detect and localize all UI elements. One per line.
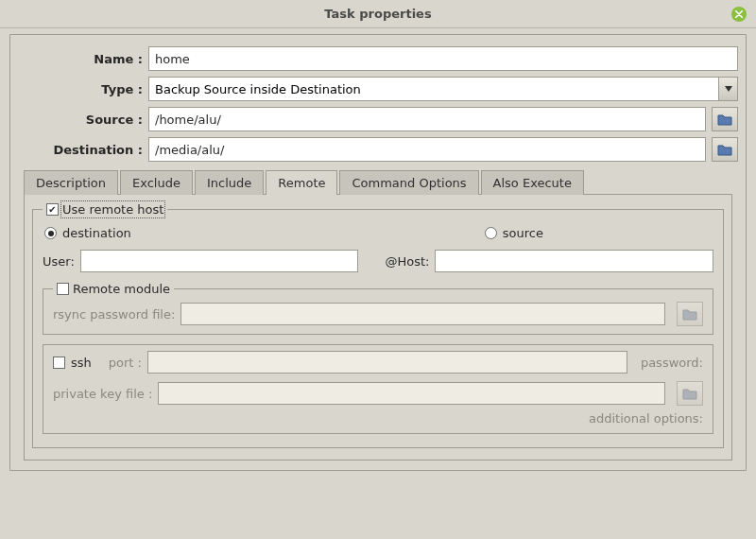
row-source: Source : (18, 107, 738, 131)
tab-exclude[interactable]: Exclude (120, 170, 193, 195)
tab-bar: Description Exclude Include Remote Comma… (18, 169, 738, 194)
pk-browse-button (677, 381, 703, 406)
destination-label: Destination : (18, 143, 148, 157)
folder-icon (717, 113, 732, 126)
chevron-down-icon (725, 86, 732, 92)
type-dropdown-button[interactable] (719, 77, 738, 101)
rsync-pw-browse-button (677, 302, 703, 326)
remote-role-row: destination source (44, 226, 713, 240)
source-browse-button[interactable] (712, 107, 738, 131)
row-name: Name : (18, 46, 738, 71)
remote-module-checkbox[interactable] (57, 283, 69, 295)
remote-module-label: Remote module (73, 282, 170, 296)
pk-row: private key file : (53, 381, 703, 406)
tab-include[interactable]: Include (195, 170, 264, 195)
rsync-pw-row: rsync password file: (53, 302, 703, 326)
pk-input (158, 382, 665, 405)
radio-destination[interactable] (44, 227, 57, 239)
source-label: Source : (18, 113, 148, 127)
row-destination: Destination : (18, 137, 738, 162)
radio-source[interactable] (485, 227, 497, 239)
ssh-group: ssh port : password: private key file : (43, 344, 713, 434)
close-icon (735, 10, 743, 18)
window-title: Task properties (324, 7, 431, 21)
type-select[interactable] (148, 77, 719, 101)
remote-module-group: Remote module rsync password file: (43, 282, 713, 335)
rsync-pw-input (180, 303, 665, 325)
radio-source-label: source (503, 226, 543, 240)
use-remote-label: Use remote host (62, 202, 163, 217)
task-properties-window: Task properties Name : Type : Source (0, 0, 756, 539)
row-type: Type : (18, 77, 738, 101)
type-select-wrap (148, 77, 738, 101)
main-frame: Name : Type : Source : (9, 34, 747, 471)
tab-also-execute[interactable]: Also Execute (481, 170, 584, 195)
additional-options-label: additional options: (53, 411, 703, 426)
port-label: port : (109, 356, 142, 370)
form-area: Name : Type : Source : (12, 37, 744, 466)
name-label: Name : (18, 52, 148, 66)
rsync-pw-label: rsync password file: (53, 307, 175, 322)
use-remote-legend: Use remote host (43, 202, 167, 217)
pk-label: private key file : (53, 387, 152, 401)
destination-browse-button[interactable] (712, 137, 738, 162)
destination-input[interactable] (148, 137, 706, 162)
host-label: @Host: (385, 254, 429, 269)
use-remote-group: Use remote host destination source (32, 202, 724, 448)
source-input[interactable] (148, 107, 706, 131)
folder-icon (682, 307, 697, 321)
user-label: User: (43, 254, 75, 269)
remote-tab-page: Use remote host destination source (24, 194, 732, 461)
radio-destination-label: destination (62, 226, 131, 240)
user-input[interactable] (80, 250, 359, 272)
user-host-row: User: @Host: (43, 250, 713, 272)
folder-icon (717, 143, 732, 156)
remote-module-legend: Remote module (53, 282, 174, 296)
titlebar: Task properties (0, 0, 756, 28)
password-label: password: (641, 356, 703, 370)
tab-remote[interactable]: Remote (266, 170, 337, 195)
host-input[interactable] (435, 250, 713, 272)
ssh-checkbox[interactable] (53, 356, 65, 369)
name-input[interactable] (148, 46, 738, 71)
tab-command-options[interactable]: Command Options (339, 170, 478, 195)
use-remote-checkbox[interactable] (46, 203, 59, 216)
ssh-label: ssh (71, 356, 92, 370)
folder-icon (682, 387, 697, 400)
radio-destination-wrap[interactable]: destination (44, 226, 131, 240)
tab-description[interactable]: Description (24, 170, 118, 195)
type-label: Type : (18, 82, 148, 96)
close-button[interactable] (731, 7, 747, 22)
ssh-row: ssh port : password: (53, 351, 703, 374)
port-input (147, 351, 627, 374)
radio-source-wrap[interactable]: source (485, 226, 543, 240)
